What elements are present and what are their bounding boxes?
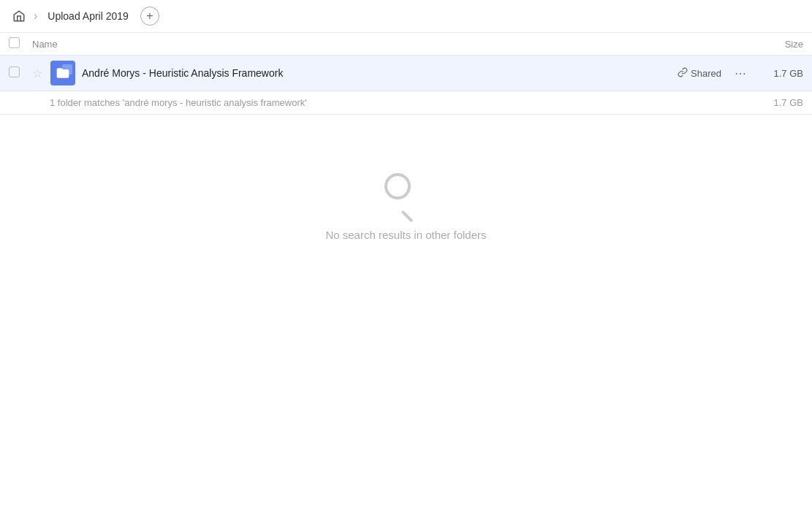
- breadcrumb-bar: › Upload April 2019 +: [0, 0, 812, 33]
- size-column-header: Size: [745, 39, 803, 50]
- summary-size: 1.7 GB: [745, 97, 803, 108]
- no-results-area: No search results in other folders: [0, 115, 812, 241]
- file-size: 1.7 GB: [759, 68, 803, 79]
- select-all-checkbox[interactable]: [9, 37, 32, 50]
- star-button[interactable]: ☆: [32, 66, 50, 80]
- more-options-button[interactable]: ⋯: [730, 63, 751, 83]
- folder-icon: [50, 60, 76, 86]
- shared-badge: Shared: [678, 67, 721, 80]
- search-empty-icon: [384, 173, 428, 217]
- home-button[interactable]: [9, 6, 29, 26]
- breadcrumb-current[interactable]: Upload April 2019: [42, 7, 134, 25]
- file-list-item[interactable]: ☆ André Morys - Heuristic Analysis Frame…: [0, 56, 812, 91]
- name-column-header: Name: [32, 39, 745, 50]
- shared-label: Shared: [691, 68, 721, 79]
- breadcrumb-add-button[interactable]: +: [140, 7, 159, 26]
- breadcrumb-separator: ›: [34, 9, 37, 23]
- row-checkbox-icon: [9, 66, 20, 77]
- row-checkbox[interactable]: [9, 66, 32, 80]
- search-summary-row: 1 folder matches 'andré morys - heuristi…: [0, 91, 812, 115]
- column-headers: Name Size: [0, 33, 812, 56]
- summary-text: 1 folder matches 'andré morys - heuristi…: [50, 97, 745, 108]
- checkbox-icon: [9, 37, 20, 48]
- file-name: André Morys - Heuristic Analysis Framewo…: [82, 67, 678, 79]
- link-icon: [678, 67, 688, 80]
- no-results-message: No search results in other folders: [325, 229, 486, 241]
